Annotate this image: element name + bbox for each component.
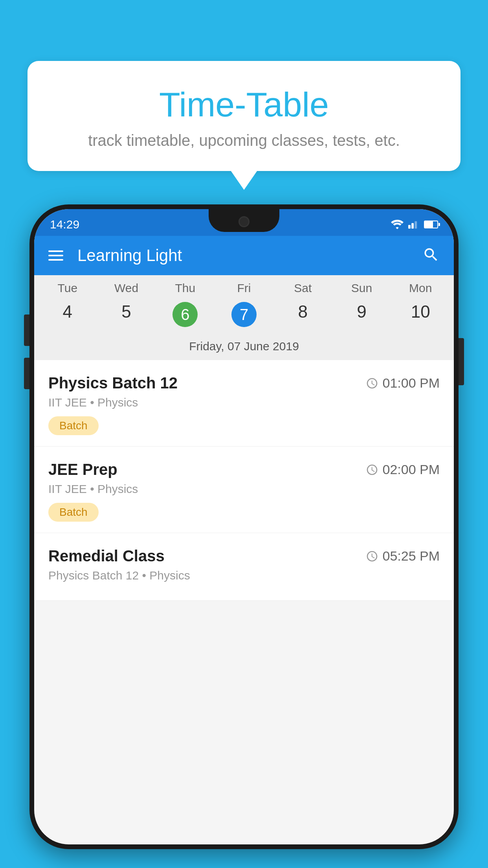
hamburger-line-3 [48,259,63,261]
class-subtitle-3: Physics Batch 12 • Physics [48,569,440,582]
class-time-2: 02:00 PM [366,462,440,477]
class-subtitle-2: IIT JEE • Physics [48,482,440,496]
app-feature-subtitle: track timetable, upcoming classes, tests… [47,132,441,149]
class-item-header-3: Remedial Class 05:25 PM [48,547,440,565]
selected-date: Friday, 07 June 2019 [34,336,454,360]
day-header-tue: Tue [38,281,97,299]
class-subtitle-1: IIT JEE • Physics [48,396,440,409]
time-text-1: 01:00 PM [382,375,440,391]
signal-icon [408,220,419,229]
wifi-icon [391,220,404,229]
day-7[interactable]: 7 [215,299,273,330]
class-list: Physics Batch 12 01:00 PM IIT JEE • Phys… [34,360,454,601]
day-header-thu: Thu [156,281,215,299]
batch-badge-1: Batch [48,416,99,435]
volume-down-button[interactable] [24,358,29,389]
day-header-mon: Mon [391,281,450,299]
svg-rect-1 [411,223,414,229]
search-icon [422,246,440,263]
day-header-sun: Sun [332,281,391,299]
menu-button[interactable] [48,250,63,261]
clock-icon-1 [366,377,378,390]
day-header-sat: Sat [273,281,332,299]
volume-up-button[interactable] [24,314,29,346]
class-item-remedial[interactable]: Remedial Class 05:25 PM Physics Batch 12… [34,533,454,601]
class-item-physics-batch[interactable]: Physics Batch 12 01:00 PM IIT JEE • Phys… [34,360,454,447]
app-feature-title: Time-Table [47,85,441,125]
day-9[interactable]: 9 [332,299,391,330]
status-icons [391,220,438,229]
day-5[interactable]: 5 [97,299,156,330]
day-header-fri: Fri [215,281,273,299]
class-item-jee-prep[interactable]: JEE Prep 02:00 PM IIT JEE • Physics Batc… [34,447,454,533]
speech-bubble: Time-Table track timetable, upcoming cla… [28,61,460,171]
app-bar: Learning Light [34,236,454,275]
day-6[interactable]: 6 [156,299,215,330]
time-text-3: 05:25 PM [382,548,440,564]
class-item-header-2: JEE Prep 02:00 PM [48,461,440,478]
hamburger-line-1 [48,250,63,252]
svg-rect-0 [408,225,411,228]
clock-icon-2 [366,463,378,476]
search-button[interactable] [422,246,440,265]
status-time: 14:29 [50,218,79,231]
class-time-3: 05:25 PM [366,548,440,564]
power-button[interactable] [459,338,464,385]
class-time-1: 01:00 PM [366,375,440,391]
class-name-2: JEE Prep [48,461,117,478]
svg-rect-2 [415,221,417,229]
day-numbers: 4 5 6 7 8 9 10 [34,299,454,336]
hamburger-line-2 [48,255,63,256]
class-name-3: Remedial Class [48,547,165,565]
class-name-1: Physics Batch 12 [48,374,178,392]
day-8[interactable]: 8 [273,299,332,330]
phone-mockup: 14:29 [29,204,459,868]
phone-screen: 14:29 [34,209,454,844]
day-10[interactable]: 10 [391,299,450,330]
time-text-2: 02:00 PM [382,462,440,477]
day-headers: Tue Wed Thu Fri Sat Sun Mon [34,281,454,299]
clock-icon-3 [366,550,378,563]
front-camera [238,216,250,227]
battery-icon [424,221,438,228]
app-title: Learning Light [77,246,408,265]
class-item-header-1: Physics Batch 12 01:00 PM [48,374,440,392]
day-header-wed: Wed [97,281,156,299]
phone-frame: 14:29 [29,204,459,849]
calendar-strip: Tue Wed Thu Fri Sat Sun Mon 4 5 6 7 [34,275,454,360]
batch-badge-2: Batch [48,503,99,522]
day-4[interactable]: 4 [38,299,97,330]
phone-notch [209,209,279,232]
